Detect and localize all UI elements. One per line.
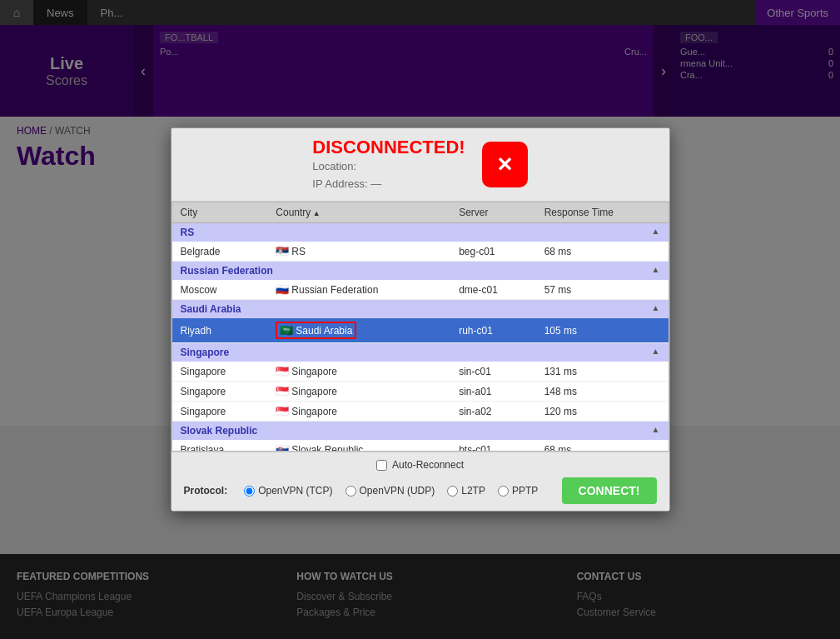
auto-reconnect-checkbox[interactable]	[376, 460, 387, 471]
protocol-udp-radio[interactable]	[345, 486, 356, 497]
server-row[interactable]: Singapore🇸🇬Singaporesin-a02120 ms	[172, 402, 669, 422]
server-country: 🇷🇺Russian Federation	[267, 280, 450, 300]
auto-reconnect-row: Auto-Reconnect	[184, 459, 657, 471]
vpn-ip-row: IP Address: —	[312, 176, 465, 193]
server-country: 🇸🇬Singapore	[267, 382, 450, 402]
vpn-status-icon: ✕	[482, 142, 528, 187]
server-response: 120 ms	[536, 402, 669, 422]
server-row[interactable]: Riyadh🇸🇦Saudi Arabiaruh-c01105 ms	[172, 318, 669, 343]
server-row[interactable]: Singapore🇸🇬Singaporesin-c01131 ms	[172, 362, 669, 382]
server-id: sin-a02	[450, 402, 535, 422]
auto-reconnect-label[interactable]: Auto-Reconnect	[392, 459, 464, 471]
vpn-modal: DISCONNECTED! Location: IP Address: — ✕	[171, 127, 670, 512]
server-country: 🇷🇸RS	[267, 242, 450, 262]
server-city: Riyadh	[172, 318, 268, 343]
server-row[interactable]: Belgrade🇷🇸RSbeg-c0168 ms	[172, 242, 669, 262]
server-id: sin-c01	[450, 362, 535, 382]
protocol-tcp-radio[interactable]	[244, 486, 255, 497]
group-header-rs[interactable]: RS▲	[172, 223, 669, 242]
server-country: 🇸🇬Singapore	[267, 402, 450, 422]
server-city: Belgrade	[172, 242, 268, 262]
server-city: Bratislava	[172, 440, 268, 452]
vpn-status-info: DISCONNECTED! Location: IP Address: —	[312, 137, 465, 193]
group-header-singapore[interactable]: Singapore▲	[172, 343, 669, 362]
server-row[interactable]: Moscow🇷🇺Russian Federationdme-c0157 ms	[172, 280, 669, 300]
server-country: 🇸🇦Saudi Arabia	[267, 318, 450, 343]
modal-overlay: DISCONNECTED! Location: IP Address: — ✕	[0, 0, 840, 639]
server-city: Moscow	[172, 280, 268, 300]
server-response: 148 ms	[536, 382, 669, 402]
server-row[interactable]: Bratislava🇸🇰Slovak Republicbts-c0168 ms	[172, 440, 669, 452]
server-response: 131 ms	[536, 362, 669, 382]
server-response: 68 ms	[536, 440, 669, 452]
server-row[interactable]: Singapore🇸🇬Singaporesin-a01148 ms	[172, 382, 669, 402]
connect-button[interactable]: CONNECT!	[562, 477, 657, 504]
table-header: City Country Server Response Time	[172, 202, 669, 223]
protocol-label: Protocol:	[184, 485, 228, 497]
disconnected-status: DISCONNECTED!	[312, 137, 465, 158]
server-country: 🇸🇬Singapore	[267, 362, 450, 382]
server-id: sin-a01	[450, 382, 535, 402]
protocol-udp[interactable]: OpenVPN (UDP)	[345, 485, 435, 497]
protocol-pptp-radio[interactable]	[498, 486, 509, 497]
server-response: 105 ms	[536, 318, 669, 343]
server-id: ruh-c01	[450, 318, 535, 343]
protocol-tcp[interactable]: OpenVPN (TCP)	[244, 485, 332, 497]
col-response[interactable]: Response Time	[536, 202, 669, 223]
server-table: City Country Server Response Time RS▲Bel…	[172, 202, 669, 452]
group-header-slovak-republic[interactable]: Slovak Republic▲	[172, 422, 669, 441]
vpn-footer: Auto-Reconnect Protocol: OpenVPN (TCP) O…	[171, 452, 669, 511]
protocol-row: Protocol: OpenVPN (TCP) OpenVPN (UDP) L2…	[184, 477, 657, 504]
server-id: bts-c01	[450, 440, 535, 452]
col-city[interactable]: City	[172, 202, 268, 223]
server-response: 57 ms	[536, 280, 669, 300]
protocol-l2tp-radio[interactable]	[447, 486, 458, 497]
protocol-pptp[interactable]: PPTP	[498, 485, 538, 497]
server-id: beg-c01	[450, 242, 535, 262]
col-country[interactable]: Country	[267, 202, 450, 223]
vpn-location-row: Location:	[312, 158, 465, 176]
disconnect-icon: ✕	[496, 153, 513, 177]
server-table-container[interactable]: City Country Server Response Time RS▲Bel…	[171, 202, 669, 452]
server-id: dme-c01	[450, 280, 535, 300]
protocol-l2tp[interactable]: L2TP	[447, 485, 485, 497]
server-response: 68 ms	[536, 242, 669, 262]
server-tbody: RS▲Belgrade🇷🇸RSbeg-c0168 msRussian Feder…	[172, 223, 669, 452]
col-server[interactable]: Server	[450, 202, 535, 223]
server-city: Singapore	[172, 382, 268, 402]
group-header-saudi-arabia[interactable]: Saudi Arabia▲	[172, 300, 669, 319]
group-header-russian-federation[interactable]: Russian Federation▲	[172, 262, 669, 281]
server-country: 🇸🇰Slovak Republic	[267, 440, 450, 452]
server-city: Singapore	[172, 402, 268, 422]
vpn-header: DISCONNECTED! Location: IP Address: — ✕	[171, 128, 669, 202]
server-city: Singapore	[172, 362, 268, 382]
